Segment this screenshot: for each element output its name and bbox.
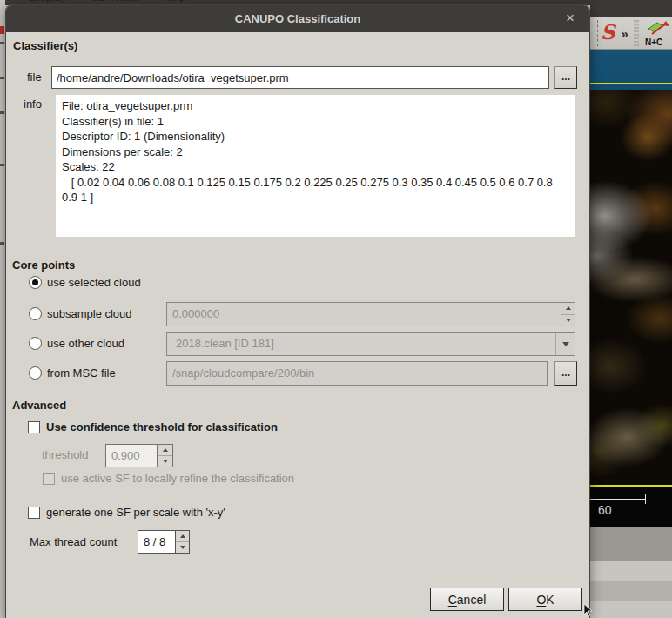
scale-bar xyxy=(590,499,646,500)
generate-sf-checkbox[interactable] xyxy=(28,507,40,519)
background-properties-panel xyxy=(590,527,672,618)
background-toolbar: S » N+C xyxy=(590,17,672,50)
classifier-file-input[interactable] xyxy=(51,66,549,89)
mouse-cursor-icon xyxy=(583,603,595,617)
radio-subsample-cloud[interactable] xyxy=(29,307,42,320)
dialog-titlebar[interactable]: CANUPO Classification × xyxy=(6,5,589,32)
other-cloud-selected-value: 2018.clean [ID 181] xyxy=(176,337,274,350)
viewport-marker-line-top xyxy=(590,83,672,84)
canupo-classify-icon[interactable]: N+C xyxy=(644,19,672,47)
msc-file-browse-button[interactable]: ... xyxy=(554,361,577,386)
from-msc-file-label: from MSC file xyxy=(47,366,116,380)
close-icon[interactable]: × xyxy=(561,9,580,28)
spin-up-icon[interactable] xyxy=(566,306,571,310)
ok-rest: K xyxy=(546,593,554,607)
max-thread-value: 8 / 8 xyxy=(144,535,165,548)
scale-bar-label: 60 xyxy=(598,503,612,517)
subsample-cloud-label: subsample cloud xyxy=(47,307,132,320)
msc-file-value: /snap/cloudcompare/200/bin xyxy=(172,366,314,380)
spin-down-icon[interactable] xyxy=(180,546,185,549)
background-main-window: S » N+C 60 xyxy=(590,0,672,618)
file-label: file xyxy=(27,66,42,89)
canupo-icon-label: N+C xyxy=(645,37,662,47)
subsample-value: 0.000000 xyxy=(172,307,219,320)
viewport-overlay-bar: 60 xyxy=(590,487,672,527)
classifier-info-box: File: otira_vegetsuper.prm Classifier(s)… xyxy=(56,95,575,237)
classifiers-header: Classifier(s) xyxy=(13,39,77,52)
segment-tool-icon[interactable]: S xyxy=(597,20,617,46)
toolbar-edge-red-icon xyxy=(0,26,4,34)
menu-display: Display xyxy=(30,0,67,3)
cancel-rest: ancel xyxy=(457,593,486,607)
toolbar-overflow-icon[interactable]: » xyxy=(621,26,628,41)
menubar-items: Display 3D Views Help xyxy=(30,0,209,3)
max-thread-spinbox[interactable]: 8 / 8 xyxy=(138,530,190,554)
confidence-threshold-label: Use confidence threshold for classificat… xyxy=(46,421,278,433)
menu-3d-views: 3D Views xyxy=(92,0,138,3)
threshold-spinbox[interactable]: 0.900 xyxy=(105,444,173,467)
max-thread-spinner[interactable] xyxy=(175,531,189,553)
max-thread-count-label: Max thread count xyxy=(30,530,117,554)
cancel-button[interactable]: Cancel xyxy=(430,588,504,611)
use-other-cloud-label: use other cloud xyxy=(47,337,124,350)
refine-classification-label: use active SF to locally refine the clas… xyxy=(61,473,294,485)
other-cloud-combobox[interactable]: 2018.clean [ID 181] xyxy=(166,332,575,356)
ok-button[interactable]: OK xyxy=(508,588,582,611)
classifier-file-browse-button[interactable]: ... xyxy=(554,66,577,89)
threshold-value: 0.900 xyxy=(111,449,140,462)
scale-bar-tick xyxy=(645,494,646,504)
panel-row xyxy=(590,601,672,618)
radio-use-other-cloud[interactable] xyxy=(29,337,42,350)
cancel-mnemonic: C xyxy=(448,593,457,607)
dialog-title: CANUPO Classification xyxy=(235,12,360,25)
panel-row xyxy=(590,561,672,581)
subsample-value-spinbox[interactable]: 0.000000 xyxy=(166,302,575,326)
ok-mnemonic: O xyxy=(536,593,546,607)
combo-arrow-icon xyxy=(562,342,569,346)
spin-up-icon[interactable] xyxy=(163,448,168,452)
generate-sf-label: generate one SF per scale with 'x-y' xyxy=(46,507,225,519)
combo-arrow-box[interactable] xyxy=(555,333,575,355)
canupo-classification-dialog: CANUPO Classification × Classifier(s) fi… xyxy=(5,4,590,618)
spin-up-icon[interactable] xyxy=(180,534,185,538)
spin-down-icon[interactable] xyxy=(566,319,571,322)
threshold-spinner[interactable] xyxy=(157,445,172,467)
msc-file-input[interactable]: /snap/cloudcompare/200/bin xyxy=(166,361,548,386)
advanced-header: Advanced xyxy=(12,399,66,412)
radio-from-msc-file[interactable] xyxy=(29,366,42,380)
refine-classification-checkbox[interactable] xyxy=(43,473,55,485)
panel-row xyxy=(590,581,672,601)
radio-use-selected-cloud[interactable] xyxy=(29,276,42,289)
subsample-spinner[interactable] xyxy=(561,303,575,326)
confidence-threshold-checkbox[interactable] xyxy=(28,421,40,433)
background-menubar-right xyxy=(590,0,672,17)
menu-help: Help xyxy=(164,0,186,3)
threshold-label: threshold xyxy=(42,444,88,467)
panel-row xyxy=(590,527,672,561)
info-label: info xyxy=(24,97,42,111)
toolbar-separator xyxy=(634,20,639,46)
use-selected-cloud-label: use selected cloud xyxy=(47,276,141,289)
3d-viewport[interactable]: 60 xyxy=(590,50,672,527)
point-cloud-render xyxy=(590,90,672,485)
core-points-header: Core points xyxy=(12,259,75,272)
spin-down-icon[interactable] xyxy=(163,460,168,463)
screen: Display 3D Views Help S » N+C xyxy=(0,0,672,618)
